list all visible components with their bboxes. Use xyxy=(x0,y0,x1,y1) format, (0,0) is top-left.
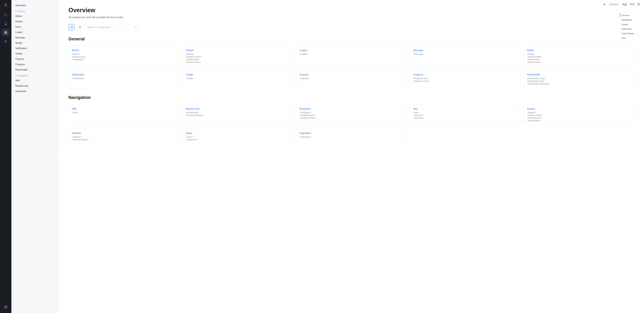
component-card-sidenav[interactable]: Sidenav <Sidenav> <Sidenav.Header> xyxy=(68,128,179,144)
svg-rect-3 xyxy=(4,31,5,32)
component-name-notification: Notification xyxy=(72,73,175,76)
list-view-button[interactable] xyxy=(68,24,75,30)
translate-icon[interactable]: Aあ xyxy=(622,2,627,6)
page-subtitle: All components and utils provided by Rea… xyxy=(68,16,634,18)
component-card-tooltip[interactable]: Tooltip <Tooltip> xyxy=(182,70,292,88)
component-name-progress: Progress xyxy=(413,73,516,76)
component-name-tooltip: Tooltip xyxy=(186,73,289,76)
version-selector[interactable]: 5.37.4 ▾ xyxy=(608,2,620,6)
component-card-breadcrumb[interactable]: Breadcrumb <Breadcrumb> <Breadcrumb.Item… xyxy=(182,104,292,125)
component-card-button[interactable]: Button <Button> <ButtonGroup> <IconButto… xyxy=(68,46,179,66)
component-card-notification[interactable]: Notification <Notification> xyxy=(68,70,179,88)
right-nav-data-display[interactable]: Data Display xyxy=(620,32,641,35)
search-input[interactable] xyxy=(88,26,134,28)
right-navigation: General Navigation Layout Data Entry Dat… xyxy=(617,14,644,40)
component-tags-loader: <Loader> xyxy=(300,53,403,55)
component-card-placeholder[interactable]: Placeholder <Placeholder.Graph> <Placeho… xyxy=(524,70,634,88)
component-card-message[interactable]: Message <Message> xyxy=(410,46,520,66)
right-nav-navigation[interactable]: Navigation xyxy=(620,18,641,22)
search-input-container[interactable] xyxy=(85,24,139,30)
component-card-dropdown[interactable]: Dropdown <Dropdown> <Dropdown.Item> <Dro… xyxy=(296,104,406,125)
sidebar-item-affix[interactable]: Affix xyxy=(12,78,58,83)
component-card-affix[interactable]: Affix <Affix> xyxy=(68,104,179,125)
component-card-progress[interactable]: Progress <Progress.Line> <Progress.Circl… xyxy=(410,70,520,88)
component-card-popover[interactable]: Popover <Popover> xyxy=(296,70,406,88)
sidebar-item-button[interactable]: Button xyxy=(12,14,58,19)
filter-button[interactable] xyxy=(77,24,83,30)
component-card-navbar[interactable]: Navbar <Navbar> <Navbar.Header> <Navbar.… xyxy=(524,104,634,125)
right-nav-utils[interactable]: Utils xyxy=(620,36,641,40)
component-tags-placeholder: <Placeholder.Graph> <Placeholder.Grid> <… xyxy=(527,77,630,85)
menu-icon[interactable]: ☰ xyxy=(637,2,640,6)
version-label: 5.37.4 xyxy=(610,3,616,6)
component-name-button: Button xyxy=(72,49,175,52)
general-component-grid: Button <Button> <ButtonGroup> <IconButto… xyxy=(68,46,634,88)
component-name-breadcrumb: Breadcrumb xyxy=(186,107,289,110)
component-card-nav[interactable]: Nav <Nav> <Nav.Item> <Nav.Menu> xyxy=(410,104,520,125)
component-card-pagination[interactable]: Pagination <Pagination> xyxy=(296,128,406,144)
right-nav-general[interactable]: General xyxy=(620,14,641,17)
component-name-navbar: Navbar xyxy=(527,107,630,110)
component-card-steps[interactable]: Steps <Steps> <Steps.Item> xyxy=(182,128,292,144)
component-name-affix: Affix xyxy=(72,107,175,110)
component-tags-message: <Message> xyxy=(413,53,516,55)
sidebar-item-dropdown[interactable]: Dropdown xyxy=(12,88,58,94)
icon-bar xyxy=(0,0,12,313)
sidebar-item-placeholder[interactable]: Placeholder xyxy=(12,67,58,72)
search-toolbar xyxy=(68,24,634,30)
sidebar-item-tooltip[interactable]: Tooltip xyxy=(12,51,58,56)
component-tags-drawer: <Drawer> <Drawer.Header> <Drawer.Body> <… xyxy=(186,53,289,63)
component-name-steps: Steps xyxy=(186,132,289,134)
svg-line-2 xyxy=(6,16,7,16)
sidebar-item-popover[interactable]: Popover xyxy=(12,56,58,62)
sidebar-item-message[interactable]: Message xyxy=(12,35,58,40)
svg-point-1 xyxy=(4,14,6,16)
component-tags-nav: <Nav> <Nav.Item> <Nav.Menu> xyxy=(413,112,516,119)
sidebar-item-progress[interactable]: Progress xyxy=(12,62,58,67)
main-content: General Navigation Layout Data Entry Dat… xyxy=(58,0,644,313)
component-tags-tooltip: <Tooltip> xyxy=(186,77,289,80)
component-name-placeholder: Placeholder xyxy=(527,73,630,76)
component-name-pagination: Pagination xyxy=(300,132,403,134)
sidebar-item-github[interactable] xyxy=(2,304,10,311)
sidebar: Overview # General Button Drawer Icons L… xyxy=(12,0,58,313)
component-card-modal[interactable]: Modal <Modal> <Modal.Header> <Modal.Body… xyxy=(524,46,634,66)
component-tags-steps: <Steps> <Steps.Item> xyxy=(186,136,289,141)
sidebar-item-docs[interactable] xyxy=(2,20,10,28)
component-name-popover: Popover xyxy=(300,73,403,76)
sidebar-item-components[interactable] xyxy=(2,29,10,36)
heart-icon[interactable]: ♥ xyxy=(604,3,605,6)
component-name-drawer: Drawer xyxy=(186,49,289,52)
right-nav-data-entry[interactable]: Data Entry xyxy=(620,27,641,31)
list-icon xyxy=(70,26,73,28)
sidebar-item-icons[interactable]: Icons xyxy=(12,24,58,30)
sidebar-item-extensions[interactable] xyxy=(2,38,10,45)
sidebar-item-loader[interactable]: Loader xyxy=(12,30,58,35)
component-tags-sidenav: <Sidenav> <Sidenav.Header> xyxy=(72,136,175,141)
component-tags-breadcrumb: <Breadcrumb> <Breadcrumb.Item> xyxy=(186,112,289,116)
svg-marker-7 xyxy=(4,40,7,42)
component-name-message: Message xyxy=(413,49,516,52)
sidebar-item-breadcrumb[interactable]: Breadcrumb xyxy=(12,83,58,88)
sidebar-item-search[interactable] xyxy=(2,12,10,19)
logo[interactable] xyxy=(3,2,9,9)
sidebar-item-notification[interactable]: Notification xyxy=(12,46,58,51)
component-card-loader[interactable]: Loader <Loader> xyxy=(296,46,406,66)
sidebar-overview[interactable]: Overview xyxy=(12,3,58,8)
svg-line-17 xyxy=(136,27,136,28)
topbar: ♥ 5.37.4 ▾ Aあ 中文 ☰ xyxy=(600,0,644,9)
sidebar-item-drawer[interactable]: Drawer xyxy=(12,19,58,24)
page-title: Overview xyxy=(68,7,634,14)
svg-rect-5 xyxy=(6,33,7,34)
component-name-modal: Modal xyxy=(527,49,630,52)
sidebar-item-modal[interactable]: Modal xyxy=(12,40,58,46)
component-card-drawer[interactable]: Drawer <Drawer> <Drawer.Header> <Drawer.… xyxy=(182,46,292,66)
right-nav-layout[interactable]: Layout xyxy=(620,22,641,26)
navigation-component-grid: Affix <Affix> Breadcrumb <Breadcrumb> <B… xyxy=(68,104,634,144)
component-tags-notification: <Notification> xyxy=(72,77,175,80)
svg-point-16 xyxy=(135,26,136,28)
language-label[interactable]: 中文 xyxy=(630,3,634,6)
component-name-sidenav: Sidenav xyxy=(72,132,175,134)
component-tags-popover: <Popover> xyxy=(300,77,403,80)
chevron-down-icon: ▾ xyxy=(616,3,618,6)
